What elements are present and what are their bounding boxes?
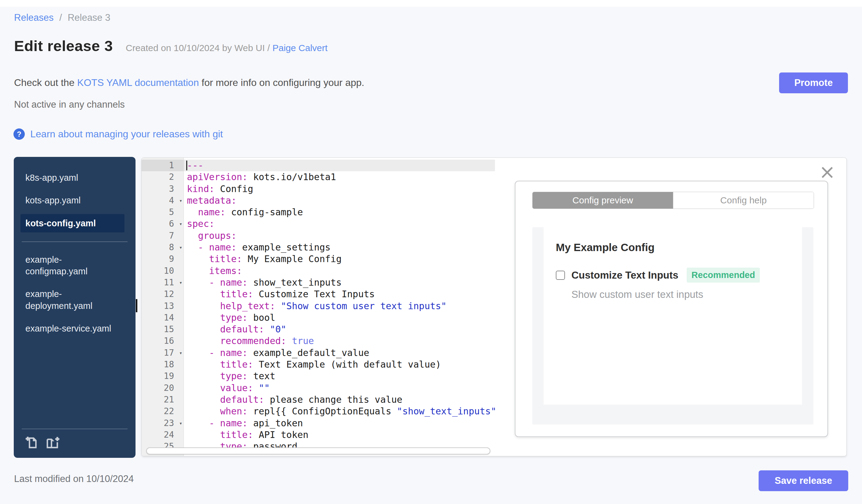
- file-item-kots-config-yaml[interactable]: kots-config.yaml: [21, 214, 125, 233]
- code-line-6[interactable]: 6▾spec:: [142, 218, 495, 230]
- fold-arrow-icon[interactable]: ▾: [179, 242, 182, 253]
- code-text: items:: [184, 265, 495, 277]
- line-number: 11▾: [142, 277, 184, 288]
- code-line-11[interactable]: 11▾ - name: show_text_inputs: [142, 277, 495, 288]
- code-line-1[interactable]: 1---: [142, 160, 495, 171]
- author-link[interactable]: Paige Calvert: [273, 43, 328, 53]
- question-mark-icon: ?: [13, 129, 25, 140]
- code-text: default: please change this value: [184, 394, 495, 406]
- line-number: 23▾: [142, 417, 184, 429]
- code-text: title: My Example Config: [184, 253, 495, 265]
- file-item-example-deployment-yaml[interactable]: example-deployment.yaml: [21, 285, 125, 315]
- new-folder-icon[interactable]: [46, 436, 60, 450]
- config-group-title: My Example Config: [556, 241, 790, 253]
- code-line-4[interactable]: 4▾metadata:: [142, 195, 495, 207]
- promote-button[interactable]: Promote: [779, 72, 848, 93]
- release-editor-page: Releases / Release 3 Edit release 3 Crea…: [0, 0, 862, 504]
- docs-prefix: Check out the: [14, 77, 74, 88]
- code-line-21[interactable]: 21 default: please change this value: [142, 394, 495, 406]
- code-line-19[interactable]: 19 type: text: [142, 370, 495, 382]
- code-text: - name: api_token: [184, 417, 495, 429]
- code-line-2[interactable]: 2apiVersion: kots.io/v1beta1: [142, 171, 495, 183]
- code-text: recommended: true: [184, 335, 495, 347]
- line-number: 2: [142, 171, 184, 183]
- fold-arrow-icon[interactable]: ▾: [179, 417, 182, 429]
- code-line-16[interactable]: 16 recommended: true: [142, 335, 495, 347]
- file-item-example-configmap-yaml[interactable]: example-configmap.yaml: [21, 251, 125, 281]
- fold-arrow-icon[interactable]: ▾: [179, 347, 182, 359]
- config-preview-area: My Example Config Customize Text Inputs …: [532, 227, 813, 424]
- code-line-12[interactable]: 12 title: Customize Text Inputs: [142, 288, 495, 300]
- line-number: 18: [142, 359, 184, 370]
- code-line-10[interactable]: 10 items:: [142, 265, 495, 277]
- config-option-row: Customize Text Inputs Recommended: [556, 268, 790, 282]
- code-line-18[interactable]: 18 title: Text Example (with default val…: [142, 359, 495, 370]
- code-line-5[interactable]: 5 name: config-sample: [142, 207, 495, 218]
- file-list-examples: example-configmap.yamlexample-deployment…: [21, 251, 129, 342]
- breadcrumb: Releases / Release 3: [14, 12, 110, 23]
- file-item-kots-app-yaml[interactable]: kots-app.yaml: [21, 191, 125, 210]
- code-text: - name: show_text_inputs: [184, 277, 495, 288]
- close-icon[interactable]: ×: [819, 162, 835, 182]
- line-number: 14: [142, 312, 184, 323]
- line-number: 17▾: [142, 347, 184, 359]
- code-text: help_text: "Show custom user text inputs…: [184, 300, 495, 312]
- line-number: 16: [142, 335, 184, 347]
- customize-text-inputs-checkbox[interactable]: [556, 271, 565, 280]
- code-line-13[interactable]: 13 help_text: "Show custom user text inp…: [142, 300, 495, 312]
- code-line-22[interactable]: 22 when: repl{{ ConfigOptionEquals "show…: [142, 406, 495, 417]
- yaml-code-editor[interactable]: 1---2apiVersion: kots.io/v1beta13kind: C…: [142, 158, 495, 456]
- code-line-23[interactable]: 23▾ - name: api_token: [142, 417, 495, 429]
- code-line-3[interactable]: 3kind: Config: [142, 183, 495, 195]
- code-line-20[interactable]: 20 value: "": [142, 382, 495, 394]
- line-number: 24: [142, 429, 184, 441]
- file-item-example-service-yaml[interactable]: example-service.yaml: [21, 319, 125, 337]
- code-line-9[interactable]: 9 title: My Example Config: [142, 253, 495, 265]
- code-text: - name: example_settings: [184, 242, 495, 253]
- code-line-14[interactable]: 14 type: bool: [142, 312, 495, 323]
- line-number: 20: [142, 382, 184, 394]
- tab-config-preview[interactable]: Config preview: [533, 192, 673, 209]
- config-group-card: My Example Config Customize Text Inputs …: [544, 227, 802, 404]
- channel-status: Not active in any channels: [14, 99, 125, 110]
- code-line-15[interactable]: 15 default: "0": [142, 323, 495, 335]
- breadcrumb-releases-link[interactable]: Releases: [14, 12, 53, 23]
- fold-arrow-icon[interactable]: ▾: [179, 195, 182, 207]
- code-text: ---: [184, 160, 495, 171]
- line-number: 21: [142, 394, 184, 406]
- code-line-17[interactable]: 17▾ - name: example_default_value: [142, 347, 495, 359]
- breadcrumb-current: Release 3: [68, 12, 110, 23]
- code-text: title: Text Example (with default value): [184, 359, 495, 370]
- line-number: 22: [142, 406, 184, 417]
- line-number: 15: [142, 323, 184, 335]
- code-line-8[interactable]: 8▾ - name: example_settings: [142, 242, 495, 253]
- new-file-icon[interactable]: [25, 436, 39, 450]
- git-help-link[interactable]: Learn about managing your releases with …: [30, 129, 223, 140]
- line-number: 4▾: [142, 195, 184, 207]
- file-tree-sidebar: k8s-app.yamlkots-app.yamlkots-config.yam…: [14, 157, 135, 458]
- line-number: 13: [142, 300, 184, 312]
- recommended-badge: Recommended: [687, 268, 760, 282]
- line-number: 1: [142, 160, 184, 171]
- file-item-k8s-app-yaml[interactable]: k8s-app.yaml: [21, 169, 125, 187]
- code-text: name: config-sample: [184, 207, 495, 218]
- text-cursor: [186, 161, 187, 170]
- kots-yaml-docs-link[interactable]: KOTS YAML documentation: [77, 77, 199, 88]
- page-title: Edit release 3: [14, 37, 113, 54]
- save-release-button[interactable]: Save release: [759, 470, 848, 491]
- last-modified-text: Last modified on 10/10/2024: [14, 474, 134, 485]
- file-list-main: k8s-app.yamlkots-app.yamlkots-config.yam…: [21, 169, 129, 237]
- code-text: type: text: [184, 370, 495, 382]
- horizontal-scrollbar[interactable]: [146, 448, 490, 454]
- created-on-text: Created on 10/10/2024 by Web UI / Paige …: [126, 43, 328, 53]
- fold-arrow-icon[interactable]: ▾: [179, 218, 182, 230]
- code-line-7[interactable]: 7 groups:: [142, 230, 495, 242]
- preview-tab-group: Config previewConfig help: [532, 192, 814, 209]
- code-line-24[interactable]: 24 title: API token: [142, 429, 495, 441]
- code-text: type: bool: [184, 312, 495, 323]
- git-help-link-row[interactable]: ? Learn about managing your releases wit…: [13, 129, 223, 140]
- tab-config-help[interactable]: Config help: [673, 192, 814, 209]
- fold-arrow-icon[interactable]: ▾: [179, 277, 182, 288]
- code-text: metadata:: [184, 195, 495, 207]
- editor-container: 1---2apiVersion: kots.io/v1beta13kind: C…: [141, 158, 847, 456]
